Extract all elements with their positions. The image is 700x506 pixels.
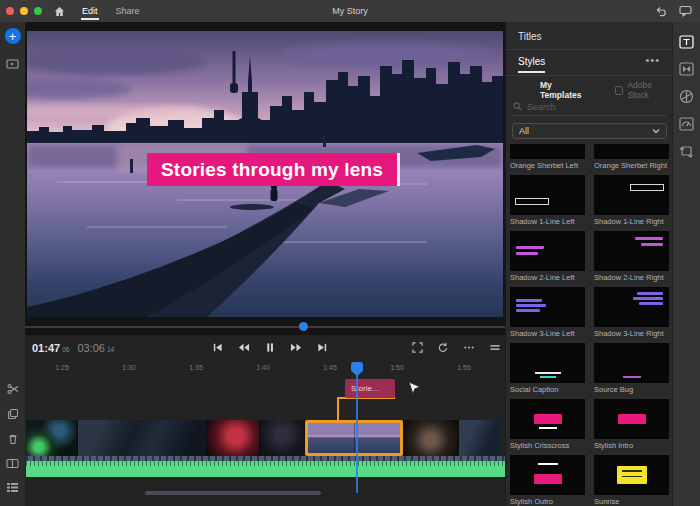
panel-more-icon[interactable]: ••• (645, 54, 660, 66)
template-item[interactable]: Stylish Crisscross (510, 399, 585, 452)
mouse-cursor (408, 381, 421, 397)
search-placeholder: Search (527, 102, 556, 112)
home-icon[interactable] (54, 6, 65, 17)
expand-tracks-icon[interactable] (6, 458, 19, 469)
template-item[interactable]: Shadow 1-Line Right (594, 175, 669, 228)
current-time: 01:47 (32, 342, 60, 354)
template-thumbnail (510, 144, 585, 159)
template-item[interactable]: Shadow 2-Line Left (510, 231, 585, 284)
media-browser-icon[interactable] (6, 58, 19, 70)
template-item[interactable]: Shadow 3-Line Right (594, 287, 669, 340)
template-item[interactable]: Stylish Outro (510, 455, 585, 506)
feedback-icon[interactable] (679, 5, 692, 17)
template-item[interactable]: Shadow 2-Line Right (594, 231, 669, 284)
adobe-stock-icon (615, 86, 624, 95)
template-item[interactable]: Social Caption (510, 343, 585, 396)
template-item[interactable]: Sunrise (594, 455, 669, 506)
template-item[interactable]: Orange Sherbet Right (594, 144, 669, 172)
search-icon (513, 102, 522, 111)
tab-my-templates[interactable]: My Templates (540, 80, 593, 100)
template-item[interactable]: Shadow 1-Line Left (510, 175, 585, 228)
ruler-tick: 1:35 (189, 364, 203, 371)
ruler-tick: 1:45 (323, 364, 337, 371)
video-clip[interactable] (403, 420, 459, 456)
more-icon[interactable] (461, 340, 477, 355)
loop-icon[interactable] (435, 340, 451, 355)
undo-icon[interactable] (655, 5, 667, 17)
title-clip[interactable]: Storie… (345, 379, 395, 398)
template-item[interactable]: Stylish Intro (594, 399, 669, 452)
template-name: Shadow 1-Line Left (510, 215, 585, 228)
color-icon[interactable] (679, 89, 694, 104)
template-name: Sunrise (594, 495, 669, 506)
preview-progress-bar[interactable] (25, 326, 505, 328)
template-thumbnail (510, 343, 585, 383)
search-input[interactable]: Search (513, 98, 666, 116)
template-item[interactable]: Orange Sherbet Left (510, 144, 585, 172)
audio-track[interactable] (26, 461, 505, 477)
skip-end-icon[interactable] (315, 340, 330, 355)
transport-bar: 01:47 06 03:06 14 (25, 334, 505, 361)
playhead-line (356, 363, 358, 493)
frame-forward-icon[interactable] (288, 340, 304, 355)
titles-panel: Titles Styles ••• My Templates Adobe Sto… (505, 22, 672, 506)
video-clip-selected[interactable] (305, 420, 403, 456)
tab-adobe-stock[interactable]: Adobe Stock (615, 80, 673, 100)
zoom-window-button[interactable] (34, 7, 42, 15)
template-item[interactable]: Source Bug (594, 343, 669, 396)
ruler-tick: 1:40 (256, 364, 270, 371)
timeline-horizontal-scrollbar[interactable] (145, 491, 321, 495)
chevron-down-icon (652, 128, 660, 134)
timeline-ruler[interactable]: 1:25 1:30 1:35 1:40 1:45 1:50 1:55 (25, 361, 505, 378)
preview-progress-handle[interactable] (299, 322, 308, 331)
template-name: Stylish Intro (594, 439, 669, 452)
crop-icon[interactable] (679, 144, 694, 158)
template-thumbnail (594, 455, 669, 495)
delete-icon[interactable] (7, 433, 19, 445)
close-window-button[interactable] (6, 7, 14, 15)
category-dropdown[interactable]: All (512, 123, 667, 139)
titles-icon[interactable] (679, 35, 694, 49)
template-name: Source Bug (594, 383, 669, 396)
video-track (26, 420, 505, 456)
template-name: Orange Sherbet Left (510, 159, 585, 172)
frame-back-icon[interactable] (236, 340, 252, 355)
ruler-tick: 1:50 (390, 364, 404, 371)
video-clip[interactable] (459, 420, 501, 456)
video-clip[interactable] (260, 420, 305, 456)
duplicate-icon[interactable] (7, 408, 19, 420)
skip-start-icon[interactable] (210, 340, 225, 355)
split-clip-icon[interactable] (7, 383, 19, 395)
template-name: Shadow 3-Line Left (510, 327, 585, 340)
template-thumbnail (594, 399, 669, 439)
add-media-button[interactable]: + (5, 28, 21, 44)
timecode-display: 01:47 06 03:06 14 (32, 342, 114, 354)
template-item[interactable]: Shadow 3-Line Left (510, 287, 585, 340)
tab-edit[interactable]: Edit (81, 2, 99, 20)
tools-strip (672, 22, 700, 506)
video-clip[interactable] (78, 420, 207, 456)
minimize-window-button[interactable] (20, 7, 28, 15)
tab-share[interactable]: Share (115, 2, 141, 20)
panel-title: Titles (518, 31, 542, 42)
transitions-icon[interactable] (679, 62, 694, 76)
tab-styles[interactable]: Styles (518, 56, 545, 73)
template-name: Orange Sherbet Right (594, 159, 669, 172)
title-overlay[interactable]: Stories through my lens (147, 153, 400, 186)
duration-time: 03:06 (77, 342, 105, 354)
template-thumbnail (510, 399, 585, 439)
pause-icon[interactable] (263, 340, 277, 355)
project-title: My Story (0, 6, 700, 16)
track-controls-icon[interactable] (6, 482, 19, 493)
video-clip[interactable] (26, 420, 78, 456)
speed-icon[interactable] (679, 117, 694, 131)
ruler-tick: 1:55 (457, 364, 471, 371)
timeline-menu-icon[interactable] (487, 340, 503, 355)
fullscreen-icon[interactable] (410, 340, 425, 355)
left-toolbar: + (0, 22, 25, 506)
video-clip[interactable] (207, 420, 260, 456)
template-thumbnail (594, 343, 669, 383)
template-name: Social Caption (510, 383, 585, 396)
template-name: Stylish Outro (510, 495, 585, 506)
video-preview[interactable]: Stories through my lens (25, 22, 505, 335)
